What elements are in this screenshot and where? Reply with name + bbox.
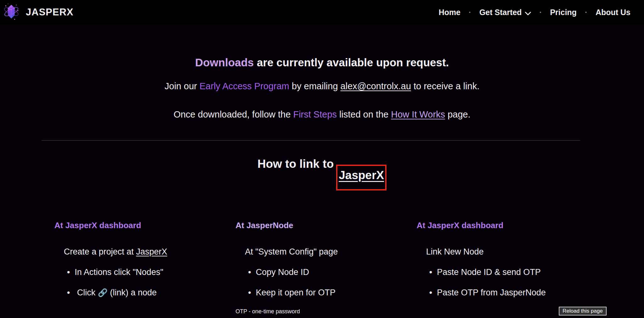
nav-item-get-started[interactable]: Get Started xyxy=(479,7,531,17)
instructions-column-jasperx-dashboard-2: At JasperX dashboard Link New Node Paste… xyxy=(404,221,585,315)
first-steps-pre: Once downloaded, follow the xyxy=(174,109,293,119)
downloads-section: Downloads are currently available upon r… xyxy=(0,56,644,120)
early-access-pre: Join our xyxy=(164,81,199,91)
annotation-highlight-box: JasperX xyxy=(336,165,386,190)
downloads-heading-rest: are currently available upon request. xyxy=(254,56,449,69)
early-access-highlight: Early Access Program xyxy=(200,81,289,91)
column-heading: At JasperX dashboard xyxy=(417,221,585,230)
early-access-mid: by emailing xyxy=(289,81,341,91)
jasperx-heading-link[interactable]: JasperX xyxy=(339,169,384,182)
link-icon: 🔗 xyxy=(98,288,108,297)
instructions-column-jasperx-dashboard-1: At JasperX dashboard Create a project at… xyxy=(42,221,223,315)
otp-footnote: OTP - one-time password xyxy=(236,308,404,315)
instruction-bullet: Paste Node ID & send OTP xyxy=(417,267,585,278)
first-steps-line: Once downloaded, follow the First Steps … xyxy=(0,109,644,120)
how-to-link-heading: How to link toJasperX xyxy=(0,157,644,190)
click-link-post: (link) a node xyxy=(108,288,157,297)
column-intro: Create a project at JasperX xyxy=(54,247,223,257)
early-access-post: to receive a link. xyxy=(411,81,480,91)
downloads-heading: Downloads are currently available upon r… xyxy=(0,56,644,69)
instruction-bullet: In Actions click "Nodes" xyxy=(54,267,223,278)
instruction-bullet: Keep it open for OTP xyxy=(236,288,404,298)
first-steps-highlight: First Steps xyxy=(293,109,337,119)
email-link[interactable]: alex@controlx.au xyxy=(341,81,411,91)
downloads-highlight: Downloads xyxy=(195,56,254,69)
click-link-pre: Click xyxy=(77,288,98,297)
column-intro: At "System Config" page xyxy=(236,247,404,257)
top-nav-bar: JASPERX Home · Get Started · Pricing · A… xyxy=(0,0,644,25)
gem-orbit-logo-icon xyxy=(3,2,20,22)
first-steps-post: page. xyxy=(445,109,470,119)
nav-item-about-us[interactable]: About Us xyxy=(596,8,630,17)
linking-instructions: At JasperX dashboard Create a project at… xyxy=(42,221,585,315)
instruction-bullet: Paste OTP from JasperNode xyxy=(417,288,585,298)
column-heading: At JasperX dashboard xyxy=(54,221,223,230)
instructions-column-jaspernode: At JasperNode At "System Config" page Co… xyxy=(223,221,404,315)
column-heading: At JasperNode xyxy=(236,221,404,230)
first-steps-mid: listed on the xyxy=(337,109,391,119)
brand-logo[interactable]: JASPERX xyxy=(3,2,74,22)
create-project-text: Create a project at xyxy=(64,247,136,256)
jasperx-inline-link[interactable]: JasperX xyxy=(136,247,167,256)
chevron-down-icon xyxy=(525,8,531,17)
nav-item-pricing[interactable]: Pricing xyxy=(550,8,577,17)
column-intro: Link New Node xyxy=(417,247,585,257)
early-access-line: Join our Early Access Program by emailin… xyxy=(0,81,644,92)
nav-separator-dot: · xyxy=(537,8,544,17)
nav-separator-dot: · xyxy=(467,8,473,17)
instruction-bullet: Copy Node ID xyxy=(236,267,404,278)
how-to-link-heading-text: How to link to xyxy=(258,157,334,170)
page-content: Downloads are currently available upon r… xyxy=(0,56,644,315)
how-it-works-link[interactable]: How It Works xyxy=(391,109,445,119)
nav-separator-dot: · xyxy=(583,8,589,17)
main-nav: Home · Get Started · Pricing · About Us xyxy=(439,7,630,17)
section-divider xyxy=(42,140,580,141)
nav-get-started-label: Get Started xyxy=(479,8,522,17)
reload-page-button[interactable]: Reload this page xyxy=(559,307,607,315)
instruction-bullet: Click 🔗 (link) a node xyxy=(54,288,223,298)
nav-item-home[interactable]: Home xyxy=(439,8,460,17)
brand-name: JASPERX xyxy=(26,7,74,18)
